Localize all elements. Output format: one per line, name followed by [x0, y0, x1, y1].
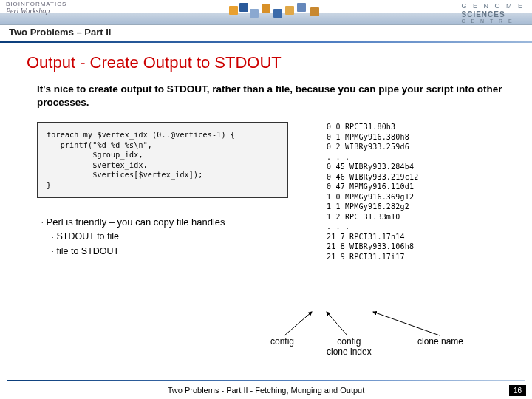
note-main-text: Perl is friendly – you can copy file han…: [47, 216, 225, 228]
svg-line-2: [373, 312, 440, 335]
genome-sciences-logo: G E N O M E SCIENCES C E N T R E: [461, 3, 525, 24]
two-column-layout: foreach my $vertex_idx (0..@vertices-1) …: [37, 122, 510, 262]
note-main: ·Perl is friendly – you can copy file ha…: [41, 216, 288, 229]
annotation-clone-index-l1: contig: [327, 337, 372, 347]
note-sub2-text: file to STDOUT: [57, 246, 120, 256]
note-sub-2: ·file to STDOUT: [52, 245, 288, 259]
gs-line1: G E N O M E: [461, 3, 525, 10]
left-column: foreach my $vertex_idx (0..@vertices-1) …: [37, 122, 288, 258]
logo-text-2: Perl Workshop: [6, 7, 66, 15]
header-banner: BIOINFORMATICS Perl Workshop G E N O M E…: [0, 0, 532, 25]
svg-line-1: [327, 312, 347, 335]
decorative-tiles: [229, 1, 362, 21]
section-subtitle: Two Problems – Part II: [0, 25, 532, 41]
annotation-clone-name: clone name: [417, 337, 463, 347]
note-sub1-text: STDOUT to file: [57, 231, 120, 242]
arrow-annotations: contig contig clone index clone name: [273, 310, 517, 362]
svg-line-0: [284, 312, 312, 335]
slide-title: Output - Create Output to STDOUT: [27, 53, 510, 72]
bioinformatics-logo: BIOINFORMATICS Perl Workshop: [6, 1, 66, 15]
code-snippet: foreach my $vertex_idx (0..@vertices-1) …: [37, 122, 288, 198]
page-number: 16: [509, 385, 526, 396]
gs-line3: C E N T R E: [461, 18, 525, 24]
annotation-clone-index: contig clone index: [327, 337, 372, 358]
arrows-svg: [273, 310, 517, 347]
annotation-contig: contig: [270, 337, 294, 347]
slide-content: Output - Create Output to STDOUT It's ni…: [0, 43, 532, 262]
annotation-clone-index-l2: clone index: [327, 347, 372, 358]
note-block: ·Perl is friendly – you can copy file ha…: [37, 216, 288, 258]
note-sub-1: ·STDOUT to file: [52, 231, 288, 244]
footer-text: Two Problems - Part II - Fetching, Mungi…: [0, 386, 532, 395]
footer-divider: [7, 380, 525, 381]
intro-paragraph: It's nice to create output to STDOUT, ra…: [37, 83, 504, 109]
gs-line2: SCIENCES: [461, 10, 525, 18]
output-sample: 0 0 RPCI31.80h3 0 1 MPMGy916.380h8 0 2 W…: [327, 122, 418, 262]
